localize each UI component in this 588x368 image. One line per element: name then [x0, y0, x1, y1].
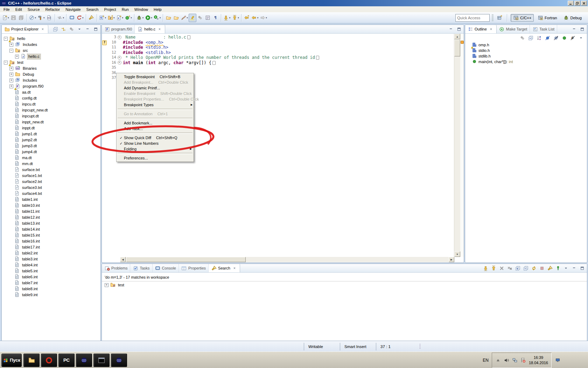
show-whitespace-button[interactable]: ¶	[212, 14, 219, 22]
tree-item-table14-int[interactable]: table14.int	[2, 226, 100, 232]
tree-item-debug[interactable]: +Debug	[2, 71, 100, 77]
taskbar-app-terminal[interactable]	[93, 354, 110, 367]
forward-button[interactable]: ▾	[259, 14, 268, 22]
last-edit-button[interactable]: *	[243, 14, 251, 22]
scroll-down-icon[interactable]: ▼	[454, 251, 460, 257]
open-search-dialog-button[interactable]	[88, 14, 95, 22]
quick-access-input[interactable]	[455, 14, 490, 22]
dropdown-arrow-icon[interactable]: ▾	[229, 16, 231, 19]
menu-project[interactable]: Project	[101, 7, 119, 12]
maximize-button[interactable]	[579, 265, 585, 271]
menu-source[interactable]: Source	[25, 7, 43, 12]
start-button[interactable]: Пуск	[1, 354, 22, 367]
save-all-button[interactable]	[18, 14, 25, 22]
tree-item-table2-int[interactable]: table2.int	[2, 250, 100, 256]
editor-tab-hello-c[interactable]: .chello.c	[135, 25, 165, 33]
format-button[interactable]: ▾	[180, 14, 189, 22]
tree-item-surface4-txt[interactable]: surface4.txt	[2, 191, 100, 197]
dropdown-arrow-icon[interactable]: ▾	[266, 16, 267, 19]
outline-item-stdio-h[interactable]: stdio.h	[465, 48, 587, 53]
collapse-all-button[interactable]	[523, 265, 529, 271]
tab-make-target[interactable]: Make Target	[497, 25, 530, 33]
tree-item-jump4-dt[interactable]: jump4.dt	[2, 149, 100, 155]
tree-item-config-dt[interactable]: config.dt	[2, 95, 100, 101]
tree-item-table15-int[interactable]: table15.int	[2, 232, 100, 238]
editor-horizontal-scrollbar[interactable]: ◀ ▶	[120, 257, 454, 262]
hide-fields-button[interactable]	[544, 35, 551, 41]
fold-expand-icon[interactable]: +	[118, 35, 121, 39]
tree-item-includes[interactable]: +hIncludes	[2, 77, 100, 83]
expander-minus-icon[interactable]: −	[4, 37, 8, 41]
tree-item-src[interactable]: −csrc	[2, 48, 100, 54]
new-c-project-button[interactable]: c+▾	[98, 14, 107, 22]
dropdown-arrow-icon[interactable]: ▾	[8, 16, 9, 19]
menu-file[interactable]: File	[1, 7, 13, 12]
hide-non-public-button[interactable]	[561, 35, 567, 41]
taskbar-app-explorer[interactable]	[23, 354, 40, 367]
expander-plus-icon[interactable]: +	[9, 84, 13, 88]
view-menu-button[interactable]	[578, 35, 584, 41]
run-configurations-button[interactable]: ▾	[153, 14, 162, 22]
tree-item-surface2-txt[interactable]: surface2.txt	[2, 179, 100, 185]
dropdown-arrow-icon[interactable]: ▾	[151, 16, 152, 19]
run-again-button[interactable]	[531, 265, 537, 271]
annotation-marker[interactable]	[461, 41, 464, 44]
editor-vertical-scrollbar[interactable]: ▲ ▼	[454, 34, 460, 257]
menu-item-toggle-breakpoint[interactable]: Toggle BreakpointCtrl+Shift+B	[117, 74, 193, 80]
tree-item-jump1-dt[interactable]: jump1.dt	[2, 131, 100, 137]
window-restore-button[interactable]	[574, 1, 580, 6]
remove-all-button[interactable]	[506, 265, 513, 271]
menu-item-add-dynamic-printf[interactable]: Add Dynamic Printf...	[117, 85, 193, 91]
outline-item-stdlib-h[interactable]: stdlib.h	[465, 53, 587, 59]
tab-console[interactable]: Console	[153, 264, 179, 272]
previous-match-button[interactable]	[490, 265, 497, 271]
expander-plus-icon[interactable]: +	[9, 43, 13, 47]
save-button[interactable]	[10, 14, 18, 22]
tree-item-inpcupt-new-dt[interactable]: inpcupt_new.dt	[2, 107, 100, 113]
dropdown-arrow-icon[interactable]: ▾	[131, 16, 132, 19]
scrollbar-thumb[interactable]	[454, 40, 460, 56]
menu-window[interactable]: Window	[132, 7, 151, 12]
open-perspective-button[interactable]: +	[496, 14, 503, 22]
language-indicator[interactable]: EN	[483, 358, 489, 363]
tree-item-table11-int[interactable]: table11.int	[2, 209, 100, 214]
tree-item-ma-dt[interactable]: ma.dt	[2, 155, 100, 161]
tree-item-table3-int[interactable]: table3.int	[2, 256, 100, 262]
tree-item-table12-int[interactable]: table12.int	[2, 214, 100, 220]
build-all-button[interactable]: 010	[46, 14, 53, 22]
tree-item-table13-int[interactable]: table13.int	[2, 220, 100, 226]
view-menu-button[interactable]	[76, 26, 83, 32]
menu-help[interactable]: Help	[151, 7, 164, 12]
focus-button[interactable]	[519, 35, 525, 41]
menu-search[interactable]: Search	[84, 7, 102, 12]
view-menu-button[interactable]	[563, 265, 569, 271]
expander-plus-icon[interactable]: +	[9, 73, 13, 76]
perspective-fortran[interactable]: FFortran	[535, 14, 559, 22]
collapse-all-button[interactable]	[527, 35, 534, 41]
taskbar-app-opera[interactable]	[41, 354, 57, 367]
scroll-up-icon[interactable]: ▲	[454, 34, 460, 39]
taskbar-app-pc[interactable]: РС	[58, 354, 75, 367]
sort-button[interactable]: az	[536, 35, 542, 41]
taskbar-app-eclipse-2[interactable]	[111, 354, 127, 367]
action-center-warning-icon[interactable]	[520, 357, 526, 363]
window-close-button[interactable]	[581, 1, 587, 6]
menu-item-folding[interactable]: Folding▶	[117, 146, 193, 152]
menu-item-add-bookmark[interactable]: Add Bookmark...	[117, 120, 193, 126]
dropdown-arrow-icon[interactable]: ▾	[142, 16, 144, 19]
search-history-button[interactable]	[547, 265, 553, 271]
maximize-button[interactable]	[92, 26, 99, 32]
tab-outline[interactable]: Outline	[465, 25, 497, 33]
menu-run[interactable]: Run	[119, 7, 132, 12]
tree-item-jump3-dt[interactable]: jump3.dt	[2, 143, 100, 149]
tree-item-aa-dt[interactable]: aa.dt	[2, 89, 100, 95]
mark-occurrences-button[interactable]	[189, 14, 196, 22]
minimize-button[interactable]	[84, 26, 91, 32]
tree-item-mm-dt[interactable]: mm.dt	[2, 161, 100, 167]
external-tools-button[interactable]: ▾	[76, 14, 84, 22]
dropdown-arrow-icon[interactable]: ▾	[160, 16, 161, 19]
close-icon[interactable]	[40, 26, 46, 32]
expander-minus-icon[interactable]: −	[4, 61, 8, 64]
show-source-block-button[interactable]	[204, 14, 212, 22]
dropdown-arrow-icon[interactable]: ▾	[113, 16, 115, 19]
